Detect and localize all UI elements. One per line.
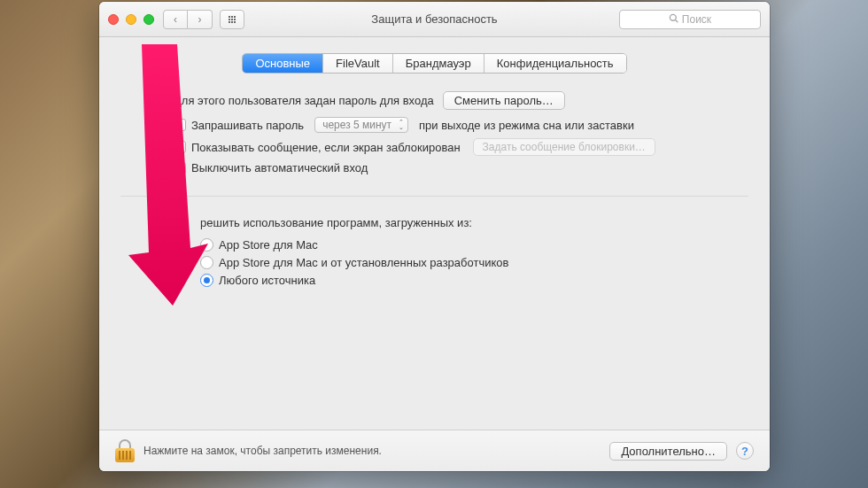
- minimize-icon[interactable]: [126, 14, 136, 25]
- require-password-label-after: при выходе из режима сна или заставки: [419, 119, 634, 132]
- advanced-button[interactable]: Дополнительно…: [609, 442, 727, 461]
- radio-identified[interactable]: [200, 256, 213, 269]
- svg-point-0: [670, 14, 676, 20]
- grid-icon: [229, 16, 236, 23]
- lock-hint-text: Нажмите на замок, чтобы запретить измене…: [143, 445, 382, 457]
- radio-appstore-label: App Store для Mac: [219, 238, 318, 252]
- tab-privacy[interactable]: Конфиденциальность: [484, 54, 626, 73]
- password-section: Для этого пользователя задан пароль для …: [120, 91, 748, 197]
- search-input[interactable]: Поиск: [619, 10, 761, 29]
- window-title: Защита и безопасность: [371, 12, 497, 26]
- require-password-label-before: Запрашивать пароль: [191, 119, 304, 132]
- tab-general[interactable]: Основные: [243, 54, 323, 73]
- nav-buttons: ‹ ›: [163, 10, 213, 29]
- footer: Нажмите на замок, чтобы запретить измене…: [99, 430, 770, 471]
- show-message-label: Показывать сообщение, если экран заблоки…: [191, 141, 461, 154]
- titlebar: ‹ › Защита и безопасность Поиск: [99, 2, 770, 37]
- show-message-checkbox[interactable]: [174, 141, 186, 153]
- forward-button[interactable]: ›: [188, 10, 213, 29]
- set-lock-message-button: Задать сообщение блокировки…: [473, 138, 655, 156]
- content-area: Основные FileVault Брандмауэр Конфиденци…: [99, 37, 770, 430]
- radio-appstore[interactable]: [200, 238, 213, 252]
- svg-line-1: [675, 19, 678, 22]
- allow-apps-heading: решить использование программ, загруженн…: [200, 216, 722, 229]
- radio-anywhere-label: Любого источника: [219, 274, 315, 287]
- maximize-icon[interactable]: [143, 14, 154, 25]
- require-password-delay-select[interactable]: через 5 минут: [314, 117, 408, 133]
- search-placeholder: Поиск: [682, 13, 711, 26]
- tab-firewall[interactable]: Брандмауэр: [393, 54, 484, 73]
- change-password-button[interactable]: Сменить пароль…: [443, 91, 565, 110]
- lock-icon[interactable]: [115, 439, 135, 462]
- radio-anywhere[interactable]: [200, 274, 213, 287]
- disable-autologin-checkbox[interactable]: [174, 162, 186, 174]
- radio-identified-label: App Store для Mac и от установленных раз…: [219, 256, 508, 269]
- tab-filevault[interactable]: FileVault: [323, 54, 393, 73]
- help-button[interactable]: ?: [736, 442, 754, 460]
- close-icon[interactable]: [108, 14, 119, 25]
- password-set-label: Для этого пользователя задан пароль для …: [174, 94, 434, 107]
- show-all-button[interactable]: [220, 10, 244, 29]
- require-password-checkbox[interactable]: [174, 119, 186, 131]
- back-button[interactable]: ‹: [163, 10, 188, 29]
- preferences-window: ‹ › Защита и безопасность Поиск Основные…: [99, 2, 770, 471]
- disable-autologin-label: Выключить автоматический вход: [191, 161, 368, 174]
- search-icon: [669, 13, 678, 26]
- allow-apps-section: решить использование программ, загруженн…: [120, 197, 748, 291]
- tab-bar: Основные FileVault Брандмауэр Конфиденци…: [242, 53, 626, 74]
- traffic-lights: [108, 14, 154, 25]
